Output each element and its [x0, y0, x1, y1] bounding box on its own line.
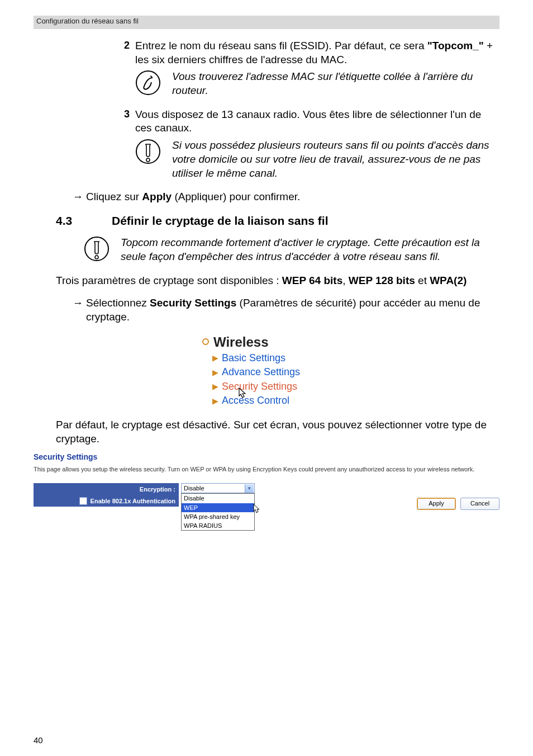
cipher-pre: Trois paramètres de cryptage sont dispon… [56, 275, 282, 286]
wireless-menu-screenshot: Wireless ▶ Basic Settings ▶ Advance Sett… [202, 333, 331, 408]
apply-post: (Appliquer) pour confirmer. [172, 191, 300, 202]
triangle-icon: ▶ [212, 381, 218, 391]
cursor-icon [238, 387, 248, 403]
arrow-icon: → [73, 296, 83, 310]
step-2-note-text: Vous trouverez l'adresse MAC sur l'étiqu… [172, 70, 499, 97]
chevron-down-icon[interactable]: ▾ [245, 484, 254, 493]
wireless-menu-title: Wireless [213, 333, 269, 351]
step-2-text-bold: "Topcom_" [427, 40, 484, 51]
encryption-dropdown[interactable]: Disable WEP WPA pre-shared key WPA RADIU… [181, 493, 255, 531]
note-icon [135, 70, 161, 96]
apply-pre: Cliquez sur [86, 191, 142, 202]
svg-point-3 [85, 237, 108, 261]
step-3-note-text: Si vous possédez plusieurs routeurs sans… [172, 139, 499, 180]
step-3-number: 3 [118, 108, 130, 121]
apply-bold: Apply [142, 191, 172, 202]
section-number: 4.3 [56, 213, 112, 228]
wireless-menu-item-security[interactable]: ▶ Security Settings [212, 380, 331, 393]
step-3-text: Vous disposez de 13 canaux radio. Vous ê… [135, 108, 499, 135]
wireless-menu-item-label: Access Control [222, 394, 289, 407]
security-settings-title: Security Settings [34, 452, 499, 462]
security-settings-desc: This page allows you setup the wireless … [34, 465, 499, 473]
warning-icon [135, 139, 161, 164]
security-settings-screenshot: Security Settings This page allows you s… [34, 452, 499, 522]
encryption-select-wrap: Disable ▾ Disable WEP WPA pre-shared key… [181, 483, 255, 493]
step-2-text: Entrez le nom du réseau sans fil (ESSID)… [135, 39, 499, 67]
svg-point-2 [146, 158, 150, 162]
security-settings-form: Encryption : Enable 802.1x Authenticatio… [34, 483, 499, 522]
wireless-menu-item-basic[interactable]: ▶ Basic Settings [212, 352, 331, 365]
select-instruction: → Sélectionnez Security Settings (Paramè… [73, 296, 499, 324]
wireless-menu-item-label: Advance Settings [222, 366, 300, 379]
encryption-label: Encryption : [140, 485, 175, 493]
cipher-b2: WEP 128 bits [349, 275, 415, 286]
page-header: Configuration du réseau sans fil [34, 16, 499, 29]
auth-checkbox[interactable] [79, 497, 87, 505]
warning-icon [84, 236, 110, 262]
cancel-button[interactable]: Cancel [460, 498, 499, 510]
section-note-text: Topcom recommande fortement d'activer le… [121, 236, 499, 263]
apply-button[interactable]: Apply [417, 498, 456, 510]
encryption-option-wpa-radius[interactable]: WPA RADIUS [182, 521, 254, 530]
cipher-b3: WPA(2) [430, 275, 467, 286]
svg-point-0 [136, 71, 160, 94]
page-number: 40 [34, 735, 43, 745]
encryption-option-wpa-psk[interactable]: WPA pre-shared key [182, 512, 254, 521]
svg-point-1 [136, 140, 160, 163]
triangle-icon: ▶ [212, 353, 218, 363]
svg-point-4 [95, 256, 98, 259]
apply-instruction-text: Cliquez sur Apply (Appliquer) pour confi… [86, 190, 499, 204]
encryption-label-row: Encryption : [37, 485, 175, 493]
wireless-menu-item-access[interactable]: ▶ Access Control [212, 394, 331, 407]
triangle-icon: ▶ [212, 367, 218, 377]
security-buttons: Apply Cancel [417, 498, 499, 510]
section-title: Définir le cryptage de la liaison sans f… [112, 213, 499, 228]
wireless-menu-item-label: Basic Settings [222, 352, 285, 365]
select-bold: Security Settings [150, 297, 236, 309]
cipher-sep2: et [415, 275, 430, 286]
encryption-select-value: Disable [184, 485, 204, 492]
wireless-menu-item-advance[interactable]: ▶ Advance Settings [212, 366, 331, 379]
encryption-select[interactable]: Disable ▾ [181, 483, 255, 493]
section-note: Topcom recommande fortement d'activer le… [84, 236, 499, 263]
cipher-sep1: , [342, 275, 349, 286]
cipher-b1: WEP 64 bits [282, 275, 342, 286]
select-instruction-text: Sélectionnez Security Settings (Paramètr… [86, 296, 499, 324]
triangle-icon: ▶ [212, 396, 218, 406]
step-2-number: 2 [118, 39, 130, 52]
auth-row: Enable 802.1x Authentication [37, 497, 175, 505]
wireless-menu-title-row: Wireless [202, 333, 331, 351]
encryption-option-disable[interactable]: Disable [182, 494, 254, 503]
step-3-note: Si vous possédez plusieurs routeurs sans… [135, 139, 499, 180]
default-paragraph: Par défaut, le cryptage est désactivé. S… [56, 418, 499, 446]
step-2-text-a: Entrez le nom du réseau sans fil (ESSID)… [135, 40, 427, 51]
apply-instruction: → Cliquez sur Apply (Appliquer) pour con… [73, 190, 499, 204]
security-form-labels: Encryption : Enable 802.1x Authenticatio… [34, 483, 179, 507]
section-heading: 4.3 Définir le cryptage de la liaison sa… [34, 213, 499, 228]
wireless-bullet-icon [202, 338, 209, 345]
cursor-icon [253, 503, 261, 518]
cipher-paragraph: Trois paramètres de cryptage sont dispon… [56, 274, 499, 288]
auth-label: Enable 802.1x Authentication [91, 497, 175, 505]
step-3: 3 Vous disposez de 13 canaux radio. Vous… [118, 108, 499, 135]
arrow-icon: → [73, 190, 83, 204]
wireless-menu-item--label: Security Settings [222, 380, 297, 393]
encryption-option-wep[interactable]: WEP [182, 503, 254, 512]
step-2: 2 Entrez le nom du réseau sans fil (ESSI… [118, 39, 499, 67]
select-pre: Sélectionnez [86, 297, 150, 309]
step-2-note: Vous trouverez l'adresse MAC sur l'étiqu… [135, 70, 499, 97]
